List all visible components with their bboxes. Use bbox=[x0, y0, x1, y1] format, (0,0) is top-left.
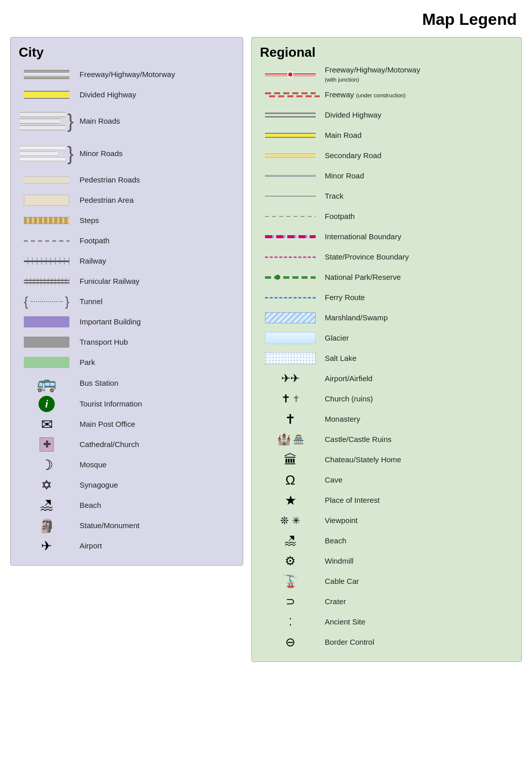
list-item: Funicular Railway bbox=[19, 272, 235, 290]
city-statue-icon: 🗿 bbox=[19, 518, 74, 534]
reg-church-icon: ✝ ✝ bbox=[260, 392, 321, 405]
list-item: ⊃ Crater bbox=[260, 593, 513, 611]
list-item: Ω Cave bbox=[260, 471, 513, 489]
list-item: State/Province Boundary bbox=[260, 248, 513, 266]
list-item: { } Tunnel bbox=[19, 292, 235, 311]
reg-airport-label: Airport/Airfield bbox=[321, 374, 372, 383]
reg-divided-label: Divided Highway bbox=[321, 110, 382, 120]
list-item: Divided Highway bbox=[260, 106, 513, 124]
city-mosque-icon: ☽ bbox=[19, 457, 74, 473]
city-transporthub-icon bbox=[19, 337, 74, 348]
city-divided-icon bbox=[19, 91, 74, 99]
reg-poi-icon: ★ bbox=[260, 493, 321, 508]
list-item: Secondary Road bbox=[260, 146, 513, 165]
reg-viewpoint-icon: ❊ ✳ bbox=[260, 514, 321, 527]
city-postoffice-label: Main Post Office bbox=[74, 420, 135, 429]
list-item: 🏰 🏯 Castle/Castle Ruins bbox=[260, 430, 513, 449]
list-item: ✡ Synagogue bbox=[19, 476, 235, 494]
reg-chateau-icon: 🏛 bbox=[260, 452, 321, 468]
city-park-icon bbox=[19, 357, 74, 368]
reg-freeway-uc-label: Freeway (under construction) bbox=[321, 90, 406, 99]
reg-ancient-icon: ⁚ bbox=[260, 616, 321, 628]
city-busstation-icon: 🚌 bbox=[19, 374, 74, 393]
reg-track-icon bbox=[260, 196, 321, 197]
city-freeway-label: Freeway/Highway/Motorway bbox=[74, 70, 175, 79]
city-panel-title: City bbox=[19, 45, 235, 60]
city-tourist-label: Tourist Information bbox=[74, 399, 142, 409]
reg-minor-icon bbox=[260, 175, 321, 177]
city-cathedral-icon: ✚ bbox=[19, 437, 74, 452]
city-railway-label: Railway bbox=[74, 256, 106, 266]
reg-mainroad-icon bbox=[260, 133, 321, 138]
reg-cablecar-icon: 🚡 bbox=[260, 574, 321, 588]
legend-columns: City Freeway/Highway/Motorway Divided H bbox=[10, 37, 522, 662]
city-statue-label: Statue/Monument bbox=[74, 521, 139, 530]
city-beach-label: Beach bbox=[74, 501, 101, 510]
info-circle-icon: i bbox=[39, 396, 55, 412]
city-funicular-icon bbox=[19, 278, 74, 285]
city-railway-icon bbox=[19, 257, 74, 265]
list-item: Divided Highway bbox=[19, 86, 235, 104]
list-item: Track bbox=[260, 187, 513, 205]
list-item: Main Road bbox=[260, 126, 513, 144]
list-item: Pedestrian Roads bbox=[19, 171, 235, 189]
reg-saltlake-icon bbox=[260, 352, 321, 364]
city-synagogue-label: Synagogue bbox=[74, 480, 118, 490]
city-steps-label: Steps bbox=[74, 216, 99, 225]
reg-footpath-icon bbox=[260, 216, 321, 217]
city-minorroads-icon: } bbox=[19, 144, 74, 163]
city-footpath-label: Footpath bbox=[74, 236, 109, 245]
list-item: ✝ Monastery bbox=[260, 410, 513, 428]
reg-saltlake-label: Salt Lake bbox=[321, 354, 357, 363]
reg-intl-boundary-icon bbox=[260, 235, 321, 238]
city-pedarea-icon bbox=[19, 195, 74, 206]
page: Map Legend City Freeway/Highway/Motorway bbox=[0, 0, 532, 672]
list-item: 🚌 Bus Station bbox=[19, 374, 235, 393]
city-footpath-icon bbox=[19, 240, 74, 242]
reg-glacier-icon bbox=[260, 332, 321, 344]
reg-intl-boundary-label: International Boundary bbox=[321, 232, 401, 241]
list-item: Freeway (under construction) bbox=[260, 86, 513, 104]
reg-castle-icon: 🏰 🏯 bbox=[260, 433, 321, 446]
city-park-label: Park bbox=[74, 358, 95, 367]
city-mainroads-label: Main Roads bbox=[74, 117, 120, 126]
city-cathedral-label: Cathedral/Church bbox=[74, 440, 139, 449]
reg-cave-icon: Ω bbox=[260, 472, 321, 488]
city-impbuilding-icon bbox=[19, 316, 74, 327]
reg-cave-label: Cave bbox=[321, 475, 343, 485]
city-funicular-label: Funicular Railway bbox=[74, 277, 139, 286]
list-item: 🏖 Beach bbox=[260, 532, 513, 550]
cross-square-icon: ✚ bbox=[40, 437, 54, 452]
reg-ferry-label: Ferry Route bbox=[321, 293, 365, 302]
list-item: ⁚ Ancient Site bbox=[260, 613, 513, 631]
city-airport-icon: ✈ bbox=[19, 538, 74, 554]
list-item: ✈ Airport bbox=[19, 537, 235, 555]
reg-mainroad-label: Main Road bbox=[321, 131, 362, 140]
list-item: National Park/Reserve bbox=[260, 268, 513, 286]
list-item: International Boundary bbox=[260, 228, 513, 246]
city-divided-label: Divided Highway bbox=[74, 90, 136, 99]
reg-divided-icon bbox=[260, 113, 321, 118]
regional-panel: Regional Freeway/Highway/Motorway(with j… bbox=[251, 37, 522, 662]
city-minorroads-label: Minor Roads bbox=[74, 149, 123, 158]
list-item: Pedestrian Area bbox=[19, 191, 235, 209]
city-transporthub-label: Transport Hub bbox=[74, 338, 128, 347]
city-airport-label: Airport bbox=[74, 541, 102, 550]
list-item: ⚙ Windmill bbox=[260, 552, 513, 570]
reg-monastery-icon: ✝ bbox=[260, 412, 321, 427]
city-impbuilding-label: Important Building bbox=[74, 317, 141, 326]
list-item: Freeway/Highway/Motorway bbox=[19, 65, 235, 84]
reg-crater-icon: ⊃ bbox=[260, 595, 321, 608]
reg-state-boundary-label: State/Province Boundary bbox=[321, 252, 409, 262]
list-item: ❊ ✳ Viewpoint bbox=[260, 511, 513, 530]
list-item: ✝ ✝ Church (ruins) bbox=[260, 390, 513, 408]
reg-natpark-icon bbox=[260, 274, 321, 280]
city-pedroads-icon bbox=[19, 176, 74, 183]
reg-border-icon: ⊖ bbox=[260, 635, 321, 649]
reg-cablecar-label: Cable Car bbox=[321, 577, 359, 586]
list-item: ⊖ Border Control bbox=[260, 633, 513, 651]
reg-viewpoint-label: Viewpoint bbox=[321, 516, 358, 525]
list-item: Freeway/Highway/Motorway(with junction) bbox=[260, 65, 513, 84]
reg-secondary-icon bbox=[260, 154, 321, 158]
reg-natpark-label: National Park/Reserve bbox=[321, 273, 401, 282]
